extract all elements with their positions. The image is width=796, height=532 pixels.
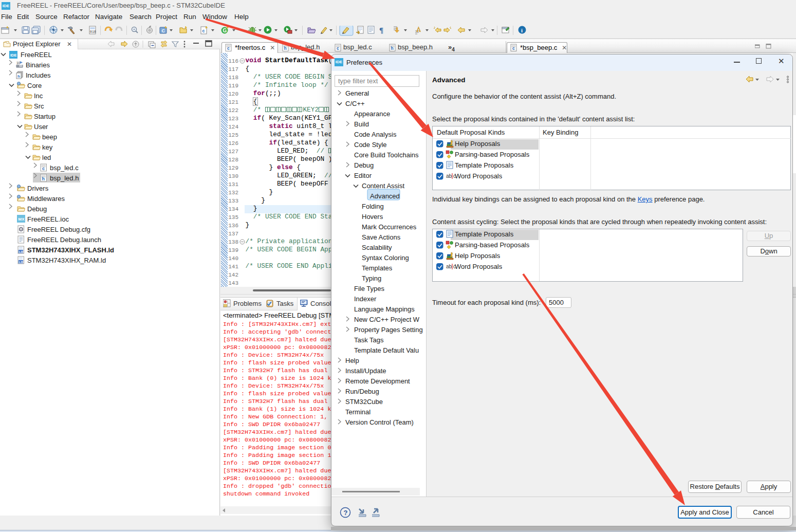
svg-text:Syntax Coloring: Syntax Coloring <box>362 254 409 262</box>
svg-text:Scalability: Scalability <box>362 244 392 251</box>
svg-text:Run/Debug: Run/Debug <box>345 388 379 395</box>
svg-text:Template Default Valu: Template Default Valu <box>354 346 419 354</box>
svg-text:Mark Occurrences: Mark Occurrences <box>362 223 417 231</box>
svg-text:Help Proposals: Help Proposals <box>455 140 501 148</box>
svg-text:Template Proposals: Template Proposals <box>455 230 514 238</box>
svg-text:010: 010 <box>90 30 96 34</box>
svg-text:bsp_led.h: bsp_led.h <box>50 174 79 182</box>
svg-text:Problems: Problems <box>233 300 262 307</box>
svg-text:Template Proposals: Template Proposals <box>455 161 514 169</box>
svg-text:Includes: Includes <box>26 71 51 79</box>
svg-text:Appearance: Appearance <box>354 110 390 118</box>
svg-text:Middlewares: Middlewares <box>27 195 65 203</box>
svg-text:Core: Core <box>27 82 42 89</box>
svg-text:Startup: Startup <box>34 113 55 120</box>
svg-text:Inc: Inc <box>34 92 43 100</box>
svg-text:Remote Development: Remote Development <box>345 377 410 385</box>
svg-text:Drivers: Drivers <box>27 185 49 192</box>
svg-text:Word Proposals: Word Proposals <box>455 172 503 180</box>
svg-text:Build: Build <box>354 120 369 128</box>
svg-text:MX: MX <box>18 217 25 222</box>
svg-text:Debug: Debug <box>27 205 47 213</box>
svg-text:FreeREEL Debug.cfg: FreeREEL Debug.cfg <box>27 226 90 233</box>
svg-text:Help: Help <box>345 357 359 364</box>
svg-text:FreeREEL.ioc: FreeREEL.ioc <box>27 215 69 223</box>
svg-text:Save Actions: Save Actions <box>362 233 401 241</box>
svg-text:Core Build Toolchains: Core Build Toolchains <box>354 151 419 159</box>
svg-text:Debug: Debug <box>354 161 374 169</box>
svg-text:led: led <box>42 154 51 161</box>
svg-text:Install/Update: Install/Update <box>345 367 386 375</box>
svg-text:i: i <box>521 27 523 33</box>
svg-text:STM32Cube: STM32Cube <box>345 398 383 406</box>
svg-text:¶: ¶ <box>379 26 383 34</box>
svg-text:10: 10 <box>16 61 21 65</box>
svg-text:Language Mappings: Language Mappings <box>354 305 415 313</box>
svg-text:Hovers: Hovers <box>362 213 383 221</box>
svg-text:Advanced: Advanced <box>370 192 400 200</box>
svg-text:C: C <box>162 28 165 33</box>
svg-text:Task Tags: Task Tags <box>354 336 384 344</box>
svg-text:Indexer: Indexer <box>354 295 377 303</box>
svg-text:Binaries: Binaries <box>26 61 50 69</box>
svg-text:Tasks: Tasks <box>276 300 294 307</box>
svg-text:Templates: Templates <box>362 264 393 272</box>
svg-text:Word Proposals: Word Proposals <box>455 263 503 270</box>
svg-text:Code Analysis: Code Analysis <box>354 131 397 138</box>
svg-text:Src: Src <box>34 102 44 110</box>
svg-text:Code Style: Code Style <box>354 141 387 149</box>
svg-text:bsp_led.c: bsp_led.c <box>50 164 79 172</box>
svg-text:Parsing-based Proposals: Parsing-based Proposals <box>455 241 530 249</box>
svg-text:h: h <box>17 74 20 79</box>
svg-text:Folding: Folding <box>362 203 384 210</box>
svg-text:STM32H743XIHX_FLASH.ld: STM32H743XIHX_FLASH.ld <box>27 246 114 254</box>
svg-text:key: key <box>42 143 53 151</box>
svg-text:FreeREEL Debug.launch: FreeREEL Debug.launch <box>27 236 101 244</box>
svg-text:Parsing-based Proposals: Parsing-based Proposals <box>455 151 530 158</box>
svg-text:User: User <box>34 123 48 131</box>
svg-text:Typing: Typing <box>362 274 381 282</box>
svg-text:Property Pages Setting: Property Pages Setting <box>354 326 423 334</box>
svg-text:STM32H743XIHX_RAM.ld: STM32H743XIHX_RAM.ld <box>27 256 106 264</box>
svg-text:Consol: Consol <box>310 300 331 307</box>
svg-text:c: c <box>202 28 205 33</box>
svg-text:Editor: Editor <box>354 172 372 179</box>
svg-text:General: General <box>345 89 369 97</box>
svg-text:Content Assist: Content Assist <box>362 182 404 190</box>
svg-text:C/C++: C/C++ <box>345 100 365 107</box>
svg-text:Help Proposals: Help Proposals <box>455 252 501 260</box>
svg-text:FreeREEL: FreeREEL <box>21 51 52 59</box>
svg-text:?: ? <box>344 509 348 517</box>
svg-text:File Types: File Types <box>354 285 385 292</box>
svg-text:Version Control (Team): Version Control (Team) <box>345 418 414 426</box>
svg-text:IDE: IDE <box>10 53 17 58</box>
svg-text:New C/C++ Project W: New C/C++ Project W <box>354 316 420 323</box>
svg-text:Terminal: Terminal <box>345 408 371 416</box>
svg-text:G: G <box>223 28 227 33</box>
svg-text:beep: beep <box>42 133 57 141</box>
